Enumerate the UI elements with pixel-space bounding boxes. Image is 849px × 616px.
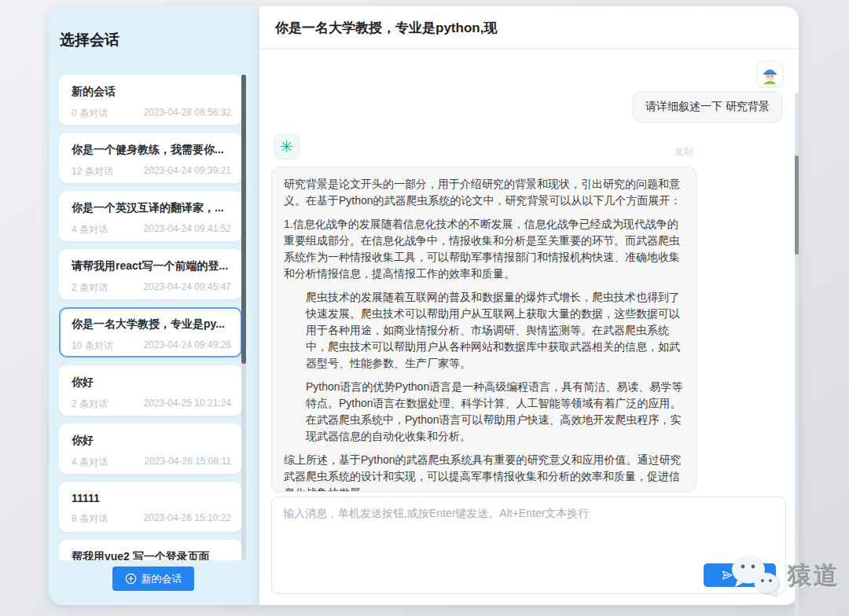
sidebar-title: 选择会话 (60, 30, 119, 50)
conversation-count: 8 条对话 (72, 512, 108, 526)
conversation-meta: 10 条对话 2023-04-24 09:49:26 (72, 339, 231, 353)
conversation-count: 12 条对话 (72, 165, 113, 178)
assistant-paragraph: 研究背景是论文开头的一部分，用于介绍研究的背景和现状，引出研究的问题和意义。在基… (284, 176, 684, 209)
conversation-item[interactable]: 帮我用vue2 写一个登录页面 (59, 540, 242, 560)
conversation-item[interactable]: 你是一个健身教练，我需要你... 12 条对话 2023-04-24 09:39… (59, 133, 242, 183)
assistant-paragraph: 爬虫技术的发展随着互联网的普及和数据量的爆炸式增长，爬虫技术也得到了快速发展。爬… (306, 289, 684, 372)
circle-plus-icon (125, 573, 137, 585)
assistant-paragraph: Python语言的优势Python语言是一种高级编程语言，具有简洁、易读、易学等… (306, 379, 684, 445)
conversation-meta: 2 条对话 2023-04-24 09:45:47 (72, 281, 231, 295)
new-conversation-label: 新的会话 (142, 572, 182, 586)
conversation-meta: 2 条对话 2023-04-25 10:21:24 (72, 398, 231, 411)
watermark-text: 猿道 (788, 559, 840, 592)
conversation-title: 你好 (72, 434, 231, 448)
chat-header: 你是一名大学教授，专业是python,现 (259, 6, 799, 49)
conversation-title: 帮我用vue2 写一个登录页面 (72, 550, 231, 560)
assistant-message-bubble: 研究背景是论文开头的一部分，用于介绍研究的背景和现状，引出研究的问题和意义。在基… (271, 167, 696, 492)
chat-scrollbar[interactable] (795, 93, 799, 616)
message-area: 请详细叙述一下 研究背景 ✳ 复制 研究背景是论文开头的一部分，用于介绍研究的背… (259, 50, 799, 496)
conversation-title: 你是一个英汉互译的翻译家，... (72, 201, 231, 215)
conversation-list: 新的会话 0 条对话 2023-04-28 08:56:32 你是一个健身教练，… (59, 75, 242, 560)
conversation-time: 2023-04-24 09:39:21 (144, 165, 231, 178)
chatgpt-icon: ✳ (274, 134, 300, 160)
new-conversation-button[interactable]: 新的会话 (112, 566, 194, 591)
conversation-time: 2023-04-24 09:41:52 (144, 223, 231, 236)
user-avatar (757, 61, 783, 87)
wechat-icon (725, 552, 786, 600)
conversation-item[interactable]: 你是一个英汉互译的翻译家，... 4 条对话 2023-04-24 09:41:… (59, 191, 242, 241)
conversation-item[interactable]: 你好 2 条对话 2023-04-25 10:21:24 (59, 365, 242, 416)
conversation-title: 你是一名大学教授，专业是py... (72, 317, 231, 332)
conversation-count: 2 条对话 (72, 281, 108, 295)
conversation-meta: 12 条对话 2023-04-24 09:39:21 (72, 165, 231, 178)
conversation-time: 2023-04-24 09:45:47 (144, 281, 231, 295)
conversation-time: 2023-04-26 15:10:22 (144, 512, 231, 526)
chat-title: 你是一名大学教授，专业是python,现 (275, 19, 497, 37)
conversation-meta: 4 条对话 2023-04-24 09:41:52 (72, 223, 231, 236)
message-input-container: 发送 (271, 497, 786, 594)
conversation-count: 4 条对话 (72, 223, 108, 236)
conversation-time: 2023-04-25 10:21:24 (144, 398, 231, 411)
conversation-item[interactable]: 你好 4 条对话 2023-04-26 15:08:11 (59, 424, 242, 474)
sidebar-scrollbar[interactable] (241, 75, 246, 560)
assistant-paragraph: 1.信息化战争的发展随着信息化技术的不断发展，信息化战争已经成为现代战争的重要组… (284, 216, 684, 282)
conversation-meta: 8 条对话 2023-04-26 15:10:22 (72, 512, 231, 526)
conversation-time: 2023-04-24 09:49:26 (144, 339, 231, 353)
conversation-time: 2023-04-28 08:56:32 (144, 107, 231, 120)
sidebar-scrollbar-thumb[interactable] (241, 75, 246, 364)
conversation-item[interactable]: 11111 8 条对话 2023-04-26 15:10:22 (59, 482, 242, 532)
conversation-meta: 4 条对话 2023-04-26 15:08:11 (72, 456, 231, 469)
conversation-title: 请帮我用react写一个前端的登... (72, 259, 231, 273)
conversation-time: 2023-04-26 15:08:11 (144, 456, 231, 469)
conversation-count: 10 条对话 (72, 339, 113, 353)
conversation-item[interactable]: 请帮我用react写一个前端的登... 2 条对话 2023-04-24 09:… (59, 249, 242, 299)
user-message-bubble: 请详细叙述一下 研究背景 (633, 91, 782, 123)
conversation-count: 2 条对话 (72, 398, 108, 411)
conversation-title: 新的会话 (72, 85, 231, 99)
conversation-meta: 0 条对话 2023-04-28 08:56:32 (72, 107, 231, 120)
sidebar: 选择会话 新的会话 0 条对话 2023-04-28 08:56:32 你是一个… (49, 6, 259, 605)
conversation-count: 4 条对话 (72, 456, 108, 469)
watermark: 猿道 (725, 552, 840, 600)
assistant-paragraph: 综上所述，基于Python的武器爬虫系统具有重要的研究意义和应用价值。通过研究武… (284, 452, 684, 492)
copy-button[interactable]: 复制 (674, 145, 693, 159)
chat-scrollbar-thumb[interactable] (795, 156, 799, 255)
conversation-item[interactable]: 你是一名大学教授，专业是py... 10 条对话 2023-04-24 09:4… (59, 307, 242, 358)
conversation-item[interactable]: 新的会话 0 条对话 2023-04-28 08:56:32 (59, 75, 242, 125)
conversation-title: 你是一个健身教练，我需要你... (72, 143, 231, 157)
conversation-count: 0 条对话 (72, 107, 108, 120)
message-input[interactable] (272, 497, 785, 564)
page-background: 选择会话 新的会话 0 条对话 2023-04-28 08:56:32 你是一个… (0, 0, 849, 616)
chat-panel: 你是一名大学教授，专业是python,现 请详细叙述一下 研究背景 ✳ 复制 研… (259, 6, 799, 605)
conversation-title: 你好 (72, 376, 231, 390)
conversation-title: 11111 (72, 492, 231, 504)
